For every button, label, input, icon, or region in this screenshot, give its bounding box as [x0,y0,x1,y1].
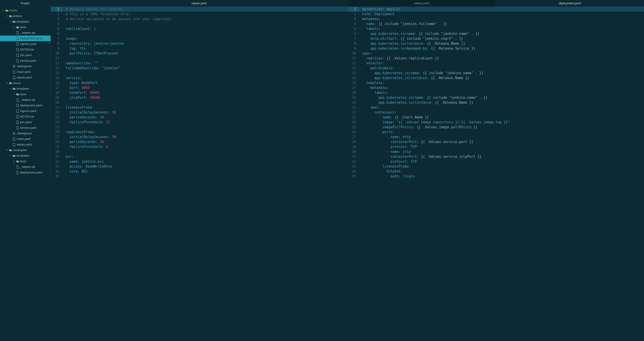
code-line[interactable]: 10spec: [348,51,644,56]
tree-item[interactable]: values.yaml [0,142,50,147]
code-line[interactable]: 23 - name: {{ .Chart.Name }} [348,115,644,120]
code-line[interactable]: 1# Default values for jenkins. [51,7,347,12]
tree-item[interactable]: deployment.yaml [0,103,50,108]
code-line[interactable]: 26 ports: [348,130,644,134]
code-line[interactable]: 34 size: 8Gi [51,169,347,174]
disclosure-arrow-icon[interactable]: ▸ [12,93,16,95]
code-line[interactable]: 35 path: /login [348,174,644,179]
code-line[interactable]: 20 app.kubernetes.io/instance: {{ .Relea… [348,100,644,105]
tree-item[interactable]: _helpers.tpl [0,164,50,170]
code-line[interactable]: 34 httpGet: [348,169,644,174]
code-line[interactable]: 4 name: {{ include "jenkins.fullname" . … [348,21,644,26]
code-line[interactable]: 13fullnameOverride: "jenkins" [51,66,347,71]
editor-tab[interactable]: deployment.yaml [496,0,644,6]
code-line[interactable]: 22 containers: [348,110,644,115]
code-line[interactable]: 27 - name: http [348,134,644,139]
code-line[interactable]: 5replicaCount: 1 [51,26,347,31]
code-line[interactable]: 24 image: "{{ .Values.image.repository }… [348,120,644,125]
tree-item[interactable]: ▾templates [0,19,50,24]
code-line[interactable]: 16 type: NodePort [51,80,347,85]
tree-item[interactable]: ingress.yaml [0,108,50,114]
code-line[interactable]: 35 [51,174,347,179]
tree-item[interactable]: ▾jenkins [0,13,50,19]
tree-item[interactable]: ▾templates [0,86,50,91]
code-area[interactable]: 1# Default values for jenkins.2# This is… [51,7,347,341]
code-area[interactable]: 1apiVersion: apps/v12kind: Deployment3me… [348,7,644,341]
code-line[interactable]: 30 [51,149,347,154]
code-line[interactable]: 19 jnlpPort: 30500 [51,95,347,100]
code-line[interactable]: 31pvc: [51,154,347,159]
disclosure-arrow-icon[interactable]: ▾ [9,154,12,157]
disclosure-arrow-icon[interactable]: ▸ [12,160,16,162]
tree-item[interactable]: _helpers.tpl [0,97,50,103]
code-line[interactable]: 31 containerPort: {{ .Values.service.jnl… [348,154,644,159]
code-line[interactable]: 4 [51,21,347,26]
code-scroll[interactable]: 1apiVersion: apps/v12kind: Deployment3me… [348,7,644,341]
code-line[interactable]: 25 [51,125,347,130]
disclosure-arrow-icon[interactable]: ▸ [12,26,16,28]
code-line[interactable]: 13 matchLabels: [348,66,644,71]
disclosure-arrow-icon[interactable]: ▾ [9,20,12,23]
tree-item[interactable]: ▾charts [0,7,50,13]
tree-item[interactable]: ▾nexus [0,80,50,86]
tree-item[interactable]: pvc.yaml [0,119,50,125]
code-line[interactable]: 8 repository: jenkins/jenkins [51,41,347,46]
code-line[interactable]: 26readinessProbe: [51,130,347,134]
disclosure-arrow-icon[interactable]: ▾ [2,9,5,12]
code-line[interactable]: 20 [51,100,347,105]
code-line[interactable]: 2kind: Deployment [348,12,644,16]
tree-item[interactable]: .helmignore [0,63,50,69]
tree-item[interactable]: .helmignore [0,130,50,136]
code-scroll[interactable]: 1# Default values for jenkins.2# This is… [51,7,347,341]
code-line[interactable]: 9 app.kubernetes.io/managed-by: {{ .Rele… [348,46,644,51]
tree-item[interactable]: ▸tests [0,24,50,30]
code-line[interactable]: 7 helm.sh/chart: {{ include "jenkins.cha… [348,36,644,41]
code-line[interactable]: 25 imagePullPolicy: {{ .Values.image.pul… [348,125,644,130]
editor-tab[interactable]: values.yaml [348,0,496,6]
code-line[interactable]: 6 [51,31,347,36]
code-line[interactable]: 3metadata: [348,16,644,21]
code-line[interactable]: 30 - name: jnlp [348,149,644,154]
code-line[interactable]: 3# Declare variables to be passed into y… [51,16,347,21]
disclosure-arrow-icon[interactable]: ▾ [5,15,8,17]
code-line[interactable]: 11 [51,56,347,61]
disclosure-arrow-icon[interactable]: ▾ [9,87,12,90]
code-line[interactable]: 17 port: 8080 [51,85,347,90]
code-line[interactable]: 16 template: [348,80,644,85]
code-line[interactable]: 10 pullPolicy: IfNotPresent [51,51,347,56]
code-line[interactable]: 27 initialDelaySeconds: 30 [51,134,347,139]
code-line[interactable]: 28 periodSeconds: 30 [51,139,347,144]
tree-item[interactable]: Chart.yaml [0,136,50,142]
code-line[interactable]: 14 [51,71,347,75]
tree-item[interactable]: _helpers.tpl [0,30,50,35]
code-line[interactable]: 28 containerPort: {{ .Values.service.por… [348,139,644,144]
code-line[interactable]: 15service: [51,75,347,80]
editor-tab[interactable]: values.yaml [51,0,347,6]
code-line[interactable]: 12nameOverride: "" [51,61,347,66]
tree-item[interactable]: ▾templates [0,153,50,158]
code-line[interactable]: 17 metadata: [348,85,644,90]
code-line[interactable]: 1apiVersion: apps/v1 [348,7,644,12]
tree-item[interactable]: ▾sonarqube [0,147,50,153]
code-line[interactable]: 2# This is a YAML-formatted file. [51,12,347,16]
code-line[interactable]: 9 tag: lts [51,46,347,51]
code-line[interactable]: 33 livenessProbe: [348,164,644,169]
code-line[interactable]: 33 access: ReadWriteOnce [51,164,347,169]
code-line[interactable]: 15 app.kubernetes.io/instance: {{ .Relea… [348,75,644,80]
tree-item[interactable]: deployment.yaml [0,170,50,175]
code-line[interactable]: 5 labels: [348,26,644,31]
tree-item[interactable]: NOTES.txt [0,114,50,119]
code-line[interactable]: 23 periodSeconds: 30 [51,115,347,120]
code-line[interactable]: 29 protocol: TCP [348,144,644,149]
code-line[interactable]: 32 name: jenkins-pvc [51,159,347,164]
tree-item[interactable]: ▸tests [0,158,50,164]
tree-item[interactable]: deployment.yaml [0,35,50,41]
code-line[interactable]: 21 spec: [348,105,644,110]
disclosure-arrow-icon[interactable]: ▾ [5,82,8,84]
code-line[interactable]: 29 failureThreshold: 6 [51,144,347,149]
disclosure-arrow-icon[interactable]: ▾ [5,149,8,151]
code-line[interactable]: 11 replicas: {{ .Values.replicaCount }} [348,56,644,61]
code-line[interactable]: 21livenessProbe: [51,105,347,110]
tree-item[interactable]: pvc.yaml [0,52,50,58]
code-line[interactable]: 22 initialDelaySeconds: 30 [51,110,347,115]
